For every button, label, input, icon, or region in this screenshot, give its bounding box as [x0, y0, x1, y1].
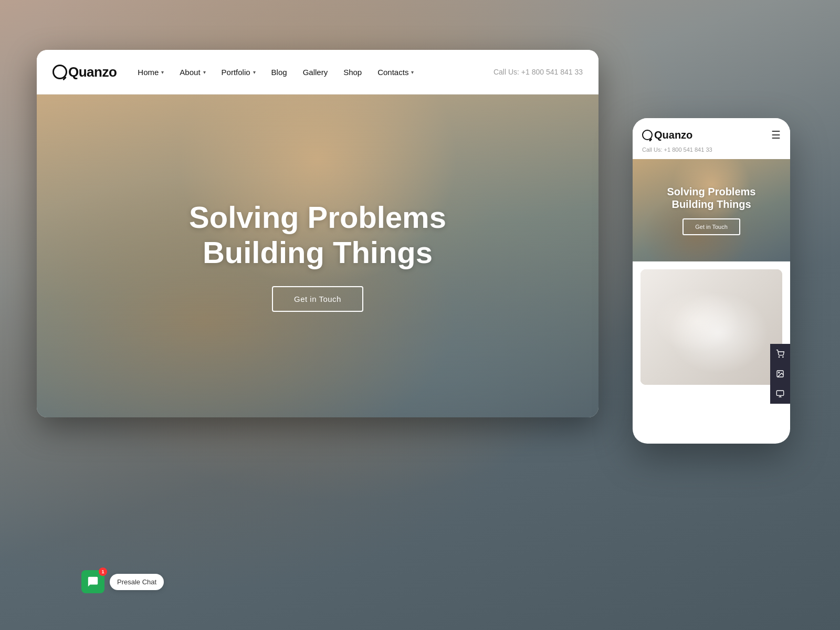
nav-portfolio[interactable]: Portfolio ▾: [222, 68, 256, 77]
phone-hero-section: Solving Problems Building Things Get in …: [633, 159, 790, 261]
image-icon-button[interactable]: [770, 364, 790, 384]
hero-get-in-touch-button[interactable]: Get in Touch: [272, 286, 363, 312]
chevron-down-icon: ▾: [161, 69, 164, 75]
window-icon-button[interactable]: [770, 384, 790, 404]
browser-navbar: Quanzo Home ▾ About ▾ Portfolio ▾ Blog G…: [37, 50, 598, 94]
phone-header: Quanzo ☰: [633, 118, 790, 146]
chat-label: Presale Chat: [110, 574, 164, 590]
phone-logo-text: Quanzo: [654, 129, 692, 141]
flower-image-overlay: [640, 269, 782, 385]
call-us-text: Call Us: +1 800 541 841 33: [494, 68, 583, 76]
phone-lower-card: [633, 261, 790, 393]
phone-hero-content: Solving Problems Building Things Get in …: [667, 185, 756, 235]
nav-home[interactable]: Home ▾: [138, 68, 164, 77]
phone-get-in-touch-button[interactable]: Get in Touch: [682, 218, 740, 235]
svg-rect-4: [776, 391, 783, 395]
logo-q-icon: [52, 65, 67, 79]
nav-blog[interactable]: Blog: [271, 68, 287, 77]
nav-shop[interactable]: Shop: [343, 68, 362, 77]
logo[interactable]: Quanzo: [52, 64, 117, 80]
phone-logo-q-icon: [642, 130, 653, 140]
chat-badge: 1: [99, 568, 107, 576]
svg-point-3: [779, 372, 780, 373]
lower-card-image: [640, 269, 782, 385]
hero-title: Solving Problems Building Things: [189, 200, 446, 270]
nav-gallery[interactable]: Gallery: [303, 68, 328, 77]
svg-point-0: [779, 356, 779, 357]
chevron-down-icon: ▾: [411, 69, 414, 75]
hero-content: Solving Problems Building Things Get in …: [189, 200, 446, 311]
svg-point-1: [783, 356, 783, 357]
hero-section: Solving Problems Building Things Get in …: [37, 94, 598, 417]
mobile-mockup: Quanzo ☰ Call Us: +1 800 541 841 33 Solv…: [633, 118, 790, 444]
phone-sidebar-icons: [770, 344, 790, 404]
logo-text: Quanzo: [68, 64, 117, 80]
hamburger-menu-icon[interactable]: ☰: [771, 129, 781, 141]
nav-contacts[interactable]: Contacts ▾: [377, 68, 414, 77]
chevron-down-icon: ▾: [253, 69, 256, 75]
phone-call-us: Call Us: +1 800 541 841 33: [633, 146, 790, 159]
browser-window: Quanzo Home ▾ About ▾ Portfolio ▾ Blog G…: [37, 50, 598, 417]
chat-widget: 1 Presale Chat: [81, 570, 164, 593]
cart-icon-button[interactable]: [770, 344, 790, 364]
main-nav: Home ▾ About ▾ Portfolio ▾ Blog Gallery …: [138, 68, 494, 77]
chat-button[interactable]: 1: [81, 570, 104, 593]
chevron-down-icon: ▾: [203, 69, 206, 75]
phone-logo[interactable]: Quanzo: [642, 129, 692, 141]
nav-about[interactable]: About ▾: [180, 68, 205, 77]
phone-hero-title: Solving Problems Building Things: [667, 185, 756, 211]
